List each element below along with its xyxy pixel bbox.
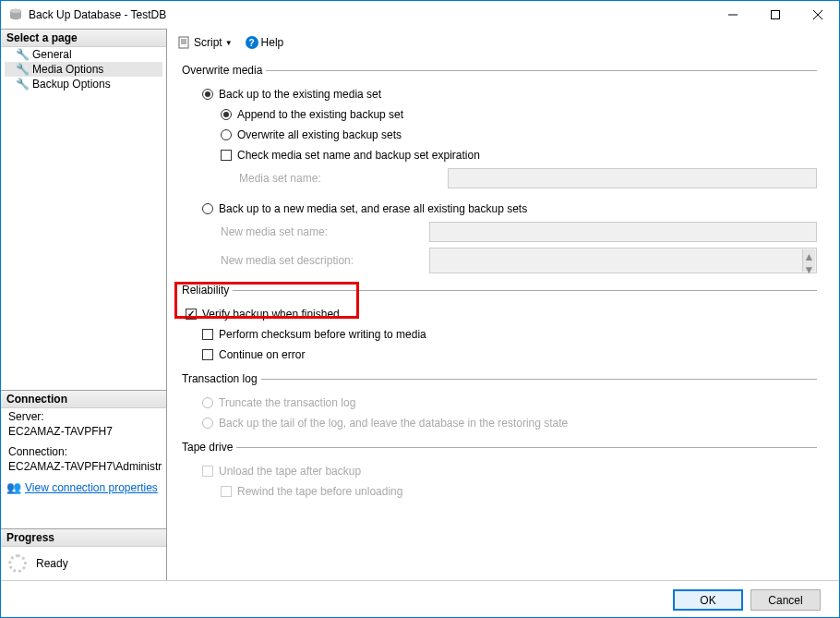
radio-new-media-set[interactable] xyxy=(202,203,213,214)
svg-point-1 xyxy=(10,9,21,13)
checkbox-unload-tape xyxy=(202,466,213,477)
view-connection-properties-link[interactable]: View connection properties xyxy=(25,481,158,494)
sidebar: Select a page 🔧 General 🔧 Media Options … xyxy=(1,29,167,580)
tape-drive-legend: Tape drive xyxy=(182,441,236,454)
window-title: Back Up Database - TestDB xyxy=(29,8,712,21)
checkbox-label: Unload the tape after backup xyxy=(219,465,361,478)
overwrite-media-legend: Overwrite media xyxy=(182,64,266,77)
sidebar-item-label: Media Options xyxy=(32,63,103,76)
help-button[interactable]: ? Help xyxy=(242,34,288,51)
radio-append-existing[interactable] xyxy=(221,109,232,120)
cancel-button[interactable]: Cancel xyxy=(750,589,821,611)
group-overwrite-media: Overwrite media Back up to the existing … xyxy=(182,64,817,276)
connection-header: Connection xyxy=(1,391,166,408)
sidebar-item-label: General xyxy=(32,48,72,61)
sidebar-item-media-options[interactable]: 🔧 Media Options xyxy=(5,62,162,77)
server-label: Server: xyxy=(5,408,162,425)
checkbox-label: Continue on error xyxy=(219,348,305,361)
close-button[interactable] xyxy=(797,1,839,29)
server-value: EC2AMAZ-TAVPFH7 xyxy=(5,425,162,443)
transaction-log-legend: Transaction log xyxy=(182,372,261,385)
sidebar-item-label: Backup Options xyxy=(32,78,111,91)
radio-label: Overwrite all existing backup sets xyxy=(237,128,402,141)
maximize-button[interactable] xyxy=(754,1,797,29)
progress-header: Progress xyxy=(1,529,166,547)
radio-label: Back up to the existing media set xyxy=(219,88,381,101)
radio-existing-media-set[interactable] xyxy=(202,89,213,100)
ok-button[interactable]: OK xyxy=(673,589,743,611)
checkbox-rewind-tape xyxy=(221,486,232,497)
checkbox-continue-on-error[interactable] xyxy=(202,349,213,360)
script-button[interactable]: Script ▼ xyxy=(174,34,236,51)
input-media-set-name xyxy=(448,168,817,188)
content-area: Overwrite media Back up to the existing … xyxy=(167,56,839,580)
label-media-set-name: Media set name: xyxy=(239,172,442,185)
checkbox-perform-checksum[interactable] xyxy=(202,329,213,340)
svg-rect-3 xyxy=(772,11,780,19)
label-new-media-desc: New media set description: xyxy=(221,254,424,267)
textarea-scroll-icon: ▲▼ xyxy=(802,249,815,272)
radio-label: Back up the tail of the log, and leave t… xyxy=(219,417,568,430)
radio-label: Back up to a new media set, and erase al… xyxy=(219,202,527,215)
radio-label: Truncate the transaction log xyxy=(219,396,355,409)
wrench-icon: 🔧 xyxy=(16,48,29,61)
connection-label: Connection: xyxy=(5,443,162,460)
group-transaction-log: Transaction log Truncate the transaction… xyxy=(182,372,817,433)
toolbar: Script ▼ ? Help xyxy=(167,29,839,56)
connection-value: EC2AMAZ-TAVPFH7\Administrator xyxy=(5,460,162,479)
radio-label: Append to the existing backup set xyxy=(237,108,403,121)
checkbox-verify-backup[interactable] xyxy=(186,309,197,320)
wrench-icon: 🔧 xyxy=(16,78,29,91)
people-icon: 👥 xyxy=(6,480,21,494)
group-tape-drive: Tape drive Unload the tape after backup … xyxy=(182,441,817,502)
svg-rect-6 xyxy=(179,37,188,48)
checkbox-label: Rewind the tape before unloading xyxy=(237,485,402,498)
radio-overwrite-all[interactable] xyxy=(221,129,232,140)
minimize-button[interactable] xyxy=(712,1,754,29)
input-new-media-desc xyxy=(429,248,817,273)
chevron-down-icon: ▼ xyxy=(225,39,233,47)
select-page-header: Select a page xyxy=(1,30,166,47)
help-icon: ? xyxy=(246,36,258,49)
checkbox-label: Verify backup when finished xyxy=(202,308,340,321)
progress-status: Ready xyxy=(36,557,68,570)
checkbox-check-expiration[interactable] xyxy=(221,150,232,161)
help-label: Help xyxy=(261,36,284,49)
sidebar-item-general[interactable]: 🔧 General xyxy=(5,47,162,62)
sidebar-item-backup-options[interactable]: 🔧 Backup Options xyxy=(5,77,162,91)
input-new-media-name xyxy=(429,222,817,242)
progress-spinner-icon xyxy=(8,554,27,573)
radio-backup-tail xyxy=(202,418,213,429)
checkbox-label: Check media set name and backup set expi… xyxy=(237,149,480,162)
dialog-footer: OK Cancel xyxy=(1,580,839,618)
wrench-icon: 🔧 xyxy=(16,63,29,76)
script-icon xyxy=(178,36,191,49)
checkbox-label: Perform checksum before writing to media xyxy=(219,328,426,341)
title-bar: Back Up Database - TestDB xyxy=(1,1,839,29)
reliability-legend: Reliability xyxy=(182,284,233,297)
database-icon xyxy=(8,8,23,21)
group-reliability: Reliability Verify backup when finished … xyxy=(182,284,817,365)
label-new-media-name: New media set name: xyxy=(221,225,424,238)
script-label: Script xyxy=(194,36,222,49)
radio-truncate-log xyxy=(202,397,213,408)
